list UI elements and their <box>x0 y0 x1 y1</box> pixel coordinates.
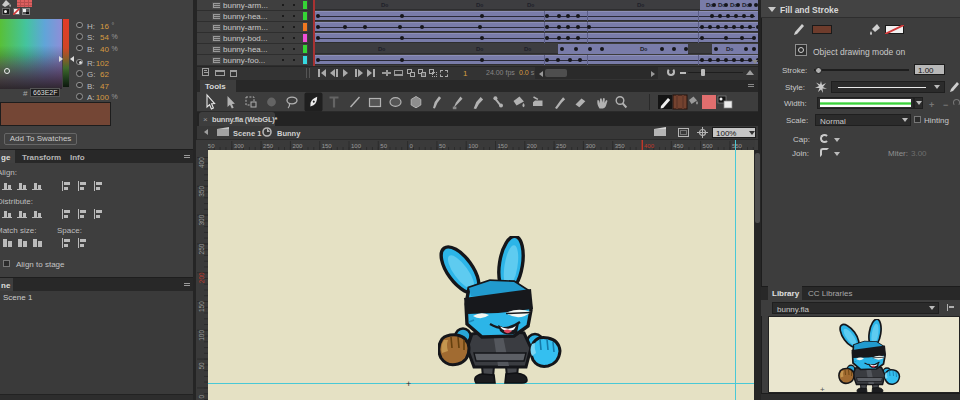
svg-text:100: 100 <box>468 143 479 149</box>
svg-text:150: 150 <box>198 301 205 312</box>
svg-text:400: 400 <box>198 157 205 168</box>
svg-text:300: 300 <box>234 143 245 149</box>
svg-text:150: 150 <box>498 143 509 149</box>
svg-text:300: 300 <box>198 214 205 225</box>
svg-text:250: 250 <box>556 143 567 149</box>
svg-text:350: 350 <box>615 143 626 149</box>
svg-text:100: 100 <box>351 143 362 149</box>
svg-text:50: 50 <box>198 362 205 370</box>
svg-text:350: 350 <box>208 143 215 149</box>
svg-text:150: 150 <box>322 143 333 149</box>
svg-text:200: 200 <box>292 143 303 149</box>
svg-text:300: 300 <box>585 143 596 149</box>
svg-text:100: 100 <box>198 330 205 341</box>
svg-text:450: 450 <box>673 143 684 149</box>
svg-text:200: 200 <box>527 143 538 149</box>
svg-text:0: 0 <box>198 394 205 398</box>
svg-text:350: 350 <box>198 186 205 197</box>
svg-text:250: 250 <box>198 243 205 254</box>
svg-text:50: 50 <box>439 143 446 149</box>
svg-text:500: 500 <box>703 143 714 149</box>
svg-text:400: 400 <box>644 143 655 149</box>
svg-text:550: 550 <box>732 143 743 149</box>
svg-text:200: 200 <box>198 272 205 283</box>
svg-text:250: 250 <box>263 143 274 149</box>
svg-text:50: 50 <box>380 143 387 149</box>
